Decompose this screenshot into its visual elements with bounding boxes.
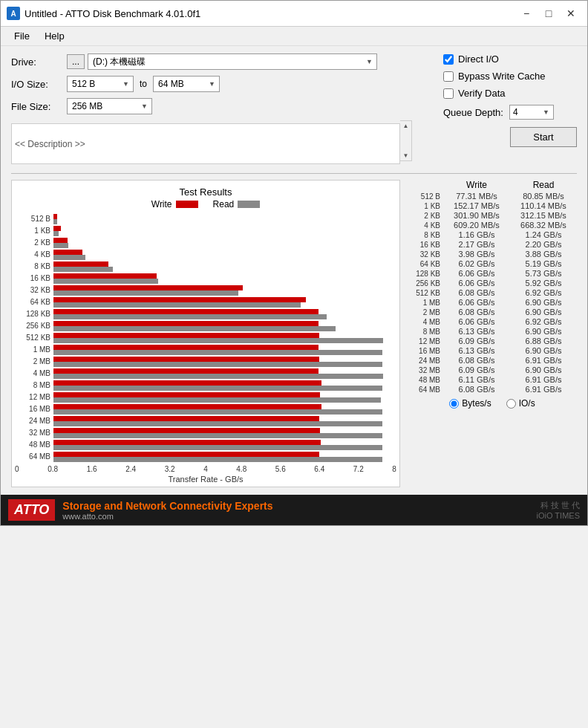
drive-browse-button[interactable]: ...	[67, 54, 85, 69]
x-axis-tick: 4.8	[236, 465, 246, 473]
result-size: 32 KB	[408, 250, 443, 259]
result-row: 1 KB152.17 MB/s110.14 MB/s	[408, 201, 577, 210]
bar-size-label: 64 KB	[30, 297, 50, 308]
footer-logo: ATTO	[8, 499, 55, 521]
drive-select[interactable]: (D:) 本機磁碟	[88, 53, 377, 70]
result-write: 6.13 GB/s	[443, 346, 510, 355]
io-size-label: I/O Size:	[11, 79, 67, 90]
read-bar	[53, 350, 382, 355]
result-write: 1.16 GB/s	[443, 230, 510, 239]
read-bar	[53, 445, 382, 450]
chart-legend: Write Read	[15, 199, 396, 209]
bar-size-label: 512 B	[31, 214, 50, 224]
result-size: 32 MB	[408, 366, 443, 374]
queue-depth-wrapper: 4	[509, 105, 554, 120]
description-area[interactable]: << Description >>	[11, 123, 400, 164]
read-bar	[53, 338, 383, 343]
x-axis-tick: 3.2	[165, 465, 175, 473]
bar-size-label: 512 KB	[26, 333, 50, 343]
results-table: Write Read 512 B77.31 MB/s80.85 MB/s1 KB…	[408, 180, 577, 487]
verify-data-row: Verify Data	[443, 88, 577, 99]
result-write: 6.08 GB/s	[443, 385, 510, 394]
result-size: 512 KB	[408, 289, 443, 297]
result-read: 80.85 MB/s	[510, 192, 577, 201]
menu-file[interactable]: File	[7, 28, 37, 44]
direct-io-label: Direct I/O	[458, 53, 499, 65]
result-size: 256 KB	[408, 279, 443, 287]
bars-section: 512 B1 KB2 KB4 KB8 KB16 KB32 KB64 KB128 …	[15, 214, 396, 464]
close-button[interactable]: ✕	[561, 5, 581, 22]
title-bar: A Untitled - ATTO Disk Benchmark 4.01.0f…	[1, 1, 587, 27]
footer: ATTO Storage and Network Connectivity Ex…	[1, 495, 587, 525]
bar-row	[53, 452, 396, 462]
description-wrapper: << Description >> ▲ ▼	[11, 120, 412, 161]
read-bar	[53, 386, 382, 391]
result-read: 6.91 GB/s	[510, 375, 577, 384]
write-bar	[53, 428, 320, 433]
verify-data-checkbox[interactable]	[443, 88, 454, 99]
read-bar	[53, 302, 301, 308]
bar-row	[53, 380, 396, 391]
io-per-sec-radio[interactable]	[506, 399, 516, 409]
result-write: 6.08 GB/s	[443, 308, 510, 316]
x-axis-tick: 8	[392, 465, 396, 473]
legend-write-color	[176, 201, 198, 208]
menu-help[interactable]: Help	[37, 28, 72, 44]
read-bar	[53, 243, 68, 248]
file-size-select[interactable]: 256 MB	[67, 98, 152, 114]
io-per-sec-option[interactable]: IO/s	[506, 398, 535, 409]
maximize-button[interactable]: □	[538, 5, 559, 22]
results-header: Write Read	[443, 180, 577, 190]
write-bar	[53, 333, 319, 338]
bar-pair	[53, 238, 396, 248]
queue-depth-select[interactable]: 4	[509, 105, 554, 120]
main-window: A Untitled - ATTO Disk Benchmark 4.01.0f…	[0, 0, 588, 526]
result-write: 301.90 MB/s	[443, 211, 510, 220]
result-write: 6.02 GB/s	[443, 259, 510, 268]
result-size: 64 MB	[408, 386, 443, 394]
bar-pair	[53, 440, 396, 450]
read-bar	[53, 290, 238, 296]
drive-select-wrapper: (D:) 本機磁碟	[88, 53, 377, 70]
window-title: Untitled - ATTO Disk Benchmark 4.01.0f1	[24, 8, 200, 19]
start-button[interactable]: Start	[510, 127, 577, 147]
write-bar	[53, 273, 157, 279]
bytes-per-sec-label: Bytes/s	[462, 398, 491, 409]
write-bar	[53, 452, 319, 457]
result-write: 152.17 MB/s	[443, 201, 510, 210]
result-size: 8 KB	[408, 231, 443, 239]
description-scrollbar[interactable]: ▲ ▼	[400, 120, 412, 161]
result-read: 6.90 GB/s	[510, 346, 577, 355]
bar-size-label: 32 MB	[29, 428, 50, 438]
file-size-wrapper: 256 MB	[67, 98, 152, 114]
result-size: 128 KB	[408, 270, 443, 278]
x-axis-tick: 0	[15, 465, 19, 473]
bar-pair	[53, 404, 396, 415]
read-bar	[53, 362, 382, 367]
result-size: 1 MB	[408, 299, 443, 307]
bypass-write-cache-checkbox[interactable]	[443, 71, 454, 82]
minimize-button[interactable]: −	[516, 5, 537, 22]
bar-row	[53, 392, 396, 403]
bytes-per-sec-option[interactable]: Bytes/s	[449, 398, 491, 409]
bar-row	[53, 309, 396, 319]
bar-size-label: 12 MB	[29, 392, 50, 403]
result-row: 64 MB6.08 GB/s6.91 GB/s	[408, 385, 577, 394]
scroll-up-icon[interactable]: ▲	[403, 123, 409, 129]
bytes-per-sec-radio[interactable]	[449, 399, 459, 409]
io-to-label: to	[134, 79, 153, 89]
bar-size-label: 8 MB	[33, 380, 50, 391]
direct-io-checkbox[interactable]	[443, 54, 454, 65]
result-read: 6.90 GB/s	[510, 298, 577, 307]
write-bar	[53, 321, 318, 326]
io-from-select[interactable]: 512 B	[67, 76, 134, 92]
result-row: 64 KB6.02 GB/s5.19 GB/s	[408, 259, 577, 268]
result-size: 8 MB	[408, 328, 443, 336]
result-size: 512 B	[408, 192, 443, 201]
x-axis-tick: 7.2	[353, 465, 364, 473]
scroll-down-icon[interactable]: ▼	[403, 152, 409, 159]
bar-size-label: 48 MB	[29, 440, 50, 450]
io-to-select[interactable]: 64 MB	[153, 76, 220, 92]
result-read: 5.73 GB/s	[510, 269, 577, 278]
result-row: 16 MB6.13 GB/s6.90 GB/s	[408, 346, 577, 355]
